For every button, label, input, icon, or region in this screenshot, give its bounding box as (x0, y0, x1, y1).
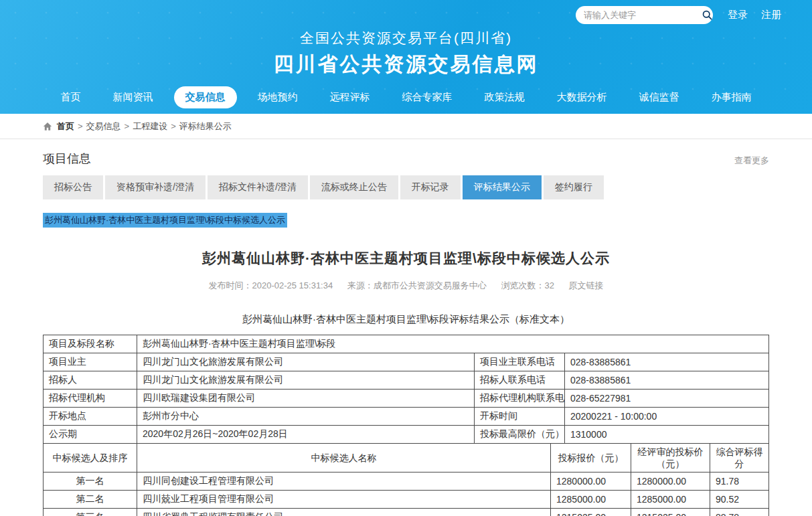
nav-item-remote-evaluation[interactable]: 远程评标 (319, 86, 382, 108)
label-cell: 招标代理机构 (44, 390, 137, 408)
announcement-list: 彭州葛仙山林野·杏林中医主题村项目监理\标段中标候选人公示 (43, 213, 769, 228)
value-cell: 彭州葛仙山林野·杏林中医主题村项目监理\标段 (137, 335, 769, 353)
rank-cell: 第二名 (44, 491, 137, 509)
auth-links: 登录 注册 (728, 9, 781, 21)
candidate-name-cell: 四川兢业工程项目管理有限公司 (137, 491, 551, 509)
column-header: 中标候选人名称 (137, 444, 551, 472)
section-head: 项目信息 查看更多 (43, 139, 769, 167)
original-link[interactable]: 原文链接 (569, 280, 604, 290)
score-cell: 90.52 (710, 491, 769, 509)
breadcrumb-current: 评标结果公示 (179, 120, 232, 133)
table-row: 项目及标段名称 彭州葛仙山林野·杏林中医主题村项目监理\标段 (44, 335, 769, 353)
tab-evaluation-result[interactable]: 评标结果公示 (463, 175, 542, 199)
view-more-link[interactable]: 查看更多 (734, 155, 769, 167)
value-cell: 028-83885861 (564, 371, 768, 390)
nav-item-venue-booking[interactable]: 场地预约 (246, 86, 309, 108)
breadcrumb-bar: 首页 > 交易信息 > 工程建设 > 评标结果公示 (0, 114, 812, 139)
search-icon[interactable] (702, 9, 713, 21)
selected-announcement-link[interactable]: 彭州葛仙山林野·杏林中医主题村项目监理\标段中标候选人公示 (43, 213, 287, 228)
table-header-row: 中标候选人及排序 中标候选人名称 投标报价（元） 经评审的投标价（元） 综合评标… (44, 444, 769, 472)
value-cell: 20200221 - 10:00:00 (564, 408, 768, 426)
price-cell: 1215025.00 (551, 509, 631, 516)
nav-item-expert-pool[interactable]: 综合专家库 (391, 86, 464, 108)
topbar: 登录 注册 (0, 0, 812, 24)
value-cell: 四川欧瑞建设集团有限公司 (137, 390, 475, 408)
bid-info-table: 项目及标段名称 彭州葛仙山林野·杏林中医主题村项目监理\标段 项目业主 四川龙门… (43, 335, 769, 444)
tab-bid-announcement[interactable]: 招标公告 (43, 175, 103, 199)
reviewed-price-cell: 1280000.00 (631, 472, 710, 491)
value-cell: 四川龙门山文化旅游发展有限公司 (137, 371, 475, 390)
nav-item-home[interactable]: 首页 (50, 86, 92, 108)
breadcrumb-separator: > (171, 121, 176, 131)
nav-item-news[interactable]: 新闻资讯 (102, 86, 165, 108)
view-count: 浏览次数：32 (501, 280, 554, 290)
value-cell: 028-83885861 (564, 353, 768, 371)
main-content: 项目信息 查看更多 招标公告 资格预审补遗/澄清 招标文件补遗/澄清 流标或终止… (43, 139, 769, 516)
candidate-name-cell: 四川省蜀典工程监理有限责任公司 (137, 509, 551, 516)
table-row: 第三名 四川省蜀典工程监理有限责任公司 1215025.00 1215025.0… (44, 509, 769, 516)
column-header: 投标报价（元） (551, 444, 631, 472)
column-header: 经评审的投标价（元） (631, 444, 710, 472)
rank-cell: 第一名 (44, 472, 137, 491)
breadcrumb-engineering[interactable]: 工程建设 (133, 120, 167, 133)
category-tabs: 招标公告 资格预审补遗/澄清 招标文件补遗/澄清 流标或终止公告 开标记录 评标… (43, 175, 769, 199)
home-icon (43, 122, 52, 131)
tab-prequalification-supplement[interactable]: 资格预审补遗/澄清 (105, 175, 206, 199)
site-titles: 全国公共资源交易平台(四川省) 四川省公共资源交易信息网 (0, 29, 812, 78)
nav-item-integrity[interactable]: 诚信监督 (628, 86, 691, 108)
tab-bid-opening-record[interactable]: 开标记录 (400, 175, 461, 199)
login-link[interactable]: 登录 (728, 9, 748, 21)
register-link[interactable]: 注册 (761, 9, 781, 21)
value-cell: 1310000 (564, 426, 768, 444)
reviewed-price-cell: 1285000.00 (631, 491, 710, 509)
breadcrumb-separator: > (78, 121, 83, 131)
table-row: 第一名 四川同创建设工程管理有限公司 1280000.00 1280000.00… (44, 472, 769, 491)
rank-cell: 第三名 (44, 509, 137, 516)
publish-time: 发布时间：2020-02-25 15:31:34 (208, 280, 333, 290)
platform-title: 全国公共资源交易平台(四川省) (0, 29, 812, 48)
table-row: 项目业主 四川龙门山文化旅游发展有限公司 项目业主联系电话 028-838858… (44, 353, 769, 371)
price-cell: 1280000.00 (551, 472, 631, 491)
tab-failed-or-terminated[interactable]: 流标或终止公告 (310, 175, 398, 199)
value-cell: 彭州市分中心 (137, 408, 475, 426)
label-cell: 项目及标段名称 (44, 335, 137, 353)
table-row: 招标代理机构 四川欧瑞建设集团有限公司 招标代理机构联系电话 028-65227… (44, 390, 769, 408)
table-row: 开标地点 彭州市分中心 开标时间 20200221 - 10:00:00 (44, 408, 769, 426)
label-cell: 招标人 (44, 371, 137, 390)
table-row: 第二名 四川兢业工程项目管理有限公司 1285000.00 1285000.00… (44, 491, 769, 509)
label-cell: 招标代理机构联系电话 (474, 390, 564, 408)
tab-bid-doc-supplement[interactable]: 招标文件补遗/澄清 (208, 175, 308, 199)
nav-item-trade-info[interactable]: 交易信息 (174, 86, 237, 108)
main-nav: 首页 新闻资讯 交易信息 场地预约 远程评标 综合专家库 政策法规 大数据分析 … (0, 86, 812, 108)
value-cell: 2020年02月26日~2020年02月28日 (137, 426, 475, 444)
tab-contract-performance[interactable]: 签约履行 (544, 175, 604, 199)
candidate-name-cell: 四川同创建设工程管理有限公司 (137, 472, 551, 491)
document-subtitle: 彭州葛仙山林野·杏林中医主题村项目监理\标段评标结果公示（标准文本） (43, 313, 769, 326)
label-cell: 开标地点 (44, 408, 137, 426)
label-cell: 项目业主 (44, 353, 137, 371)
breadcrumb-home[interactable]: 首页 (57, 120, 74, 133)
nav-item-guide[interactable]: 办事指南 (700, 86, 763, 108)
article-title: 彭州葛仙山林野·杏林中医主题村项目监理\标段中标候选人公示 (43, 249, 769, 268)
price-cell: 1285000.00 (551, 491, 631, 509)
table-row: 公示期 2020年02月26日~2020年02月28日 投标最高限价（元） 13… (44, 426, 769, 444)
nav-item-big-data[interactable]: 大数据分析 (546, 86, 619, 108)
site-title: 四川省公共资源交易信息网 (0, 51, 812, 78)
label-cell: 公示期 (44, 426, 137, 444)
label-cell: 开标时间 (474, 408, 564, 426)
score-cell: 91.78 (710, 472, 769, 491)
label-cell: 项目业主联系电话 (474, 353, 564, 371)
breadcrumb-trade-info[interactable]: 交易信息 (86, 120, 121, 133)
search-input[interactable] (584, 10, 702, 20)
column-header: 中标候选人及排序 (44, 444, 137, 472)
breadcrumb-separator: > (125, 121, 130, 131)
value-cell: 028-65227981 (564, 390, 768, 408)
label-cell: 投标最高限价（元） (474, 426, 564, 444)
score-cell: 88.78 (710, 509, 769, 516)
breadcrumb: 首页 > 交易信息 > 工程建设 > 评标结果公示 (43, 114, 769, 139)
nav-item-policies[interactable]: 政策法规 (473, 86, 536, 108)
source: 来源：成都市公共资源交易服务中心 (347, 280, 487, 290)
article-meta: 发布时间：2020-02-25 15:31:34 来源：成都市公共资源交易服务中… (43, 280, 769, 292)
column-header: 综合评标得分 (710, 444, 769, 472)
candidates-table: 中标候选人及排序 中标候选人名称 投标报价（元） 经评审的投标价（元） 综合评标… (43, 443, 769, 516)
